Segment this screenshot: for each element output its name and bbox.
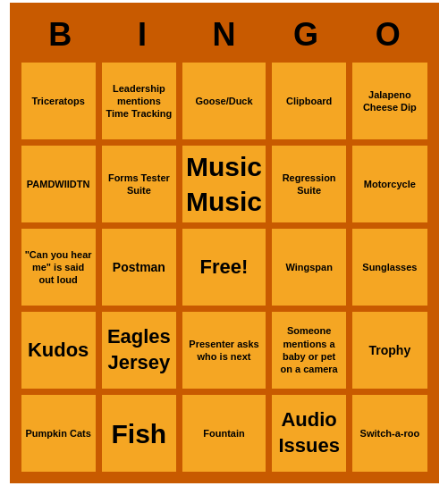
cell-r1c1[interactable]: Forms Tester Suite (100, 144, 178, 224)
cell-r2c0[interactable]: "Can you hear me" is said out loud (20, 227, 97, 307)
cell-r4c4[interactable]: Switch-a-roo (351, 393, 428, 473)
cell-r4c2[interactable]: Fountain (181, 393, 267, 473)
letter-g: G (266, 16, 345, 54)
cell-r0c2[interactable]: Goose/Duck (181, 61, 267, 141)
cell-text-r1c4: Motorcycle (364, 178, 416, 190)
cell-text-r0c1: Leadership mentions Time Tracking (106, 82, 173, 121)
cell-text-r4c4: Switch-a-roo (360, 427, 420, 440)
cell-text-r1c1: Forms Tester Suite (106, 172, 173, 197)
cell-r2c3[interactable]: Wingspan (270, 227, 348, 307)
cell-text-r3c2: Presenter asks who is next (186, 338, 262, 364)
cell-r3c1[interactable]: Eagles Jersey (100, 310, 178, 390)
cell-r4c1[interactable]: Fish (100, 393, 178, 473)
cell-r0c4[interactable]: Jalapeno Cheese Dip (351, 61, 428, 141)
cell-text-r2c0: "Can you hear me" is said out loud (25, 248, 92, 287)
bingo-grid: TriceratopsLeadership mentions Time Trac… (20, 61, 429, 473)
letter-b: B (21, 16, 99, 54)
cell-r0c1[interactable]: Leadership mentions Time Tracking (100, 61, 178, 141)
cell-text-r2c3: Wingspan (285, 261, 332, 273)
cell-r3c4[interactable]: Trophy (351, 310, 428, 390)
letter-n: N (184, 16, 263, 54)
cell-text-r2c2: Free! (200, 255, 249, 281)
cell-r2c1[interactable]: Postman (100, 227, 178, 307)
cell-r0c0[interactable]: Triceratops (20, 61, 97, 141)
cell-r3c0[interactable]: Kudos (20, 310, 97, 390)
cell-text-r3c0: Kudos (28, 338, 89, 364)
cell-text-r4c3: Audio Issues (275, 407, 342, 458)
cell-r2c4[interactable]: Sunglasses (351, 227, 428, 307)
bingo-header: B I N G O (20, 13, 429, 61)
cell-r1c4[interactable]: Motorcycle (351, 144, 428, 224)
cell-text-r1c0: PAMDWIIDTN (27, 178, 90, 190)
cell-text-r2c1: Postman (113, 259, 165, 275)
cell-text-r0c3: Clipboard (286, 95, 332, 107)
cell-r1c2[interactable]: Music Music (181, 144, 267, 224)
cell-text-r3c3: Someone mentions a baby or pet on a came… (275, 324, 342, 375)
cell-text-r2c4: Sunglasses (362, 261, 417, 273)
cell-r4c0[interactable]: Pumpkin Cats (20, 393, 97, 473)
cell-text-r3c1: Eagles Jersey (106, 324, 173, 375)
cell-r3c2[interactable]: Presenter asks who is next (181, 310, 267, 390)
cell-r0c3[interactable]: Clipboard (270, 61, 348, 141)
letter-o: O (349, 16, 427, 54)
cell-r1c3[interactable]: Regression Suite (270, 144, 348, 224)
cell-text-r0c4: Jalapeno Cheese Dip (356, 88, 423, 114)
cell-text-r0c0: Triceratops (31, 95, 84, 107)
cell-r2c2[interactable]: Free! (181, 227, 267, 307)
bingo-card: B I N G O TriceratopsLeadership mentions… (10, 3, 439, 483)
cell-r4c3[interactable]: Audio Issues (270, 393, 348, 473)
cell-text-r4c2: Fountain (203, 427, 244, 440)
letter-i: I (103, 16, 182, 54)
cell-text-r1c2: Music Music (186, 149, 262, 219)
cell-text-r1c3: Regression Suite (275, 172, 342, 197)
cell-text-r4c1: Fish (112, 416, 167, 451)
cell-text-r3c4: Trophy (369, 342, 411, 358)
cell-text-r4c0: Pumpkin Cats (25, 427, 90, 440)
cell-text-r0c2: Goose/Duck (195, 95, 252, 107)
cell-r3c3[interactable]: Someone mentions a baby or pet on a came… (270, 310, 348, 390)
cell-r1c0[interactable]: PAMDWIIDTN (20, 144, 97, 224)
